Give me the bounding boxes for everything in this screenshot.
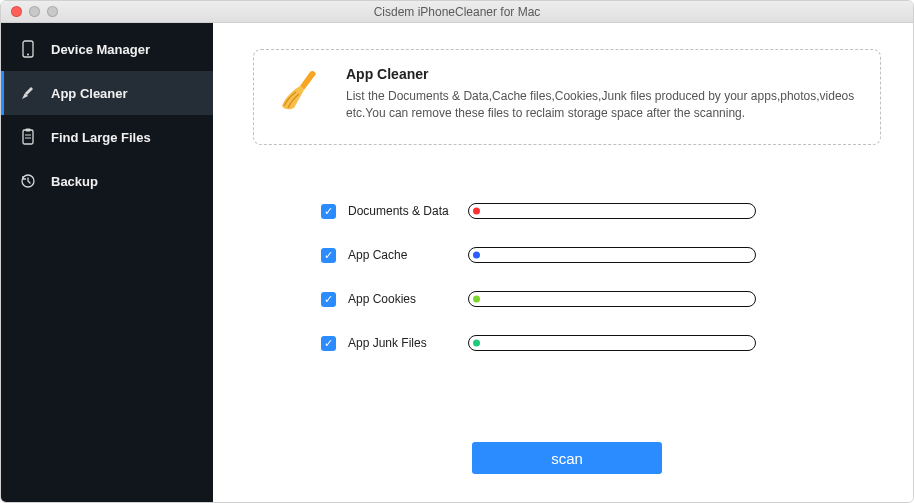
category-row-app-cache: ✓ App Cache <box>321 247 881 263</box>
broom-icon <box>19 84 37 102</box>
checkbox-app-cache[interactable]: ✓ <box>321 248 336 263</box>
category-label: App Cache <box>348 248 468 262</box>
progress-dot <box>473 252 480 259</box>
category-row-documents-data: ✓ Documents & Data <box>321 203 881 219</box>
svg-rect-3 <box>26 129 31 132</box>
check-icon: ✓ <box>324 338 333 349</box>
category-label: App Cookies <box>348 292 468 306</box>
info-text: App Cleaner List the Documents & Data,Ca… <box>346 66 858 123</box>
category-row-app-junk-files: ✓ App Junk Files <box>321 335 881 351</box>
check-icon: ✓ <box>324 294 333 305</box>
info-description: List the Documents & Data,Cache files,Co… <box>346 88 858 123</box>
check-icon: ✓ <box>324 250 333 261</box>
sidebar-item-label: Find Large Files <box>51 130 151 145</box>
checkbox-app-junk-files[interactable]: ✓ <box>321 336 336 351</box>
action-row: scan <box>253 442 881 482</box>
sidebar-item-app-cleaner[interactable]: App Cleaner <box>1 71 213 115</box>
category-row-app-cookies: ✓ App Cookies <box>321 291 881 307</box>
category-list: ✓ Documents & Data ✓ App Cache ✓ App Coo… <box>321 203 881 379</box>
sidebar: Device Manager App Cleaner Find Large Fi… <box>1 23 213 502</box>
sidebar-item-device-manager[interactable]: Device Manager <box>1 27 213 71</box>
category-label: Documents & Data <box>348 204 468 218</box>
progress-dot <box>473 296 480 303</box>
sidebar-item-backup[interactable]: Backup <box>1 159 213 203</box>
broom-large-icon <box>274 66 324 116</box>
phone-icon <box>19 40 37 58</box>
category-label: App Junk Files <box>348 336 468 350</box>
backup-icon <box>19 172 37 190</box>
sidebar-item-find-large-files[interactable]: Find Large Files <box>1 115 213 159</box>
svg-point-1 <box>27 54 29 56</box>
check-icon: ✓ <box>324 206 333 217</box>
main-panel: App Cleaner List the Documents & Data,Ca… <box>213 23 913 502</box>
sidebar-item-label: Device Manager <box>51 42 150 57</box>
progress-bar <box>468 291 756 307</box>
progress-dot <box>473 208 480 215</box>
window-title: Cisdem iPhoneCleaner for Mac <box>1 5 913 19</box>
progress-bar <box>468 247 756 263</box>
sidebar-item-label: App Cleaner <box>51 86 128 101</box>
progress-bar <box>468 203 756 219</box>
clipboard-icon <box>19 128 37 146</box>
sidebar-item-label: Backup <box>51 174 98 189</box>
svg-rect-2 <box>23 130 33 144</box>
info-title: App Cleaner <box>346 66 858 82</box>
progress-dot <box>473 340 480 347</box>
checkbox-app-cookies[interactable]: ✓ <box>321 292 336 307</box>
scan-button[interactable]: scan <box>472 442 662 474</box>
body: Device Manager App Cleaner Find Large Fi… <box>1 23 913 502</box>
info-panel: App Cleaner List the Documents & Data,Ca… <box>253 49 881 145</box>
app-window: Cisdem iPhoneCleaner for Mac Device Mana… <box>0 0 914 503</box>
progress-bar <box>468 335 756 351</box>
checkbox-documents-data[interactable]: ✓ <box>321 204 336 219</box>
titlebar: Cisdem iPhoneCleaner for Mac <box>1 1 913 23</box>
